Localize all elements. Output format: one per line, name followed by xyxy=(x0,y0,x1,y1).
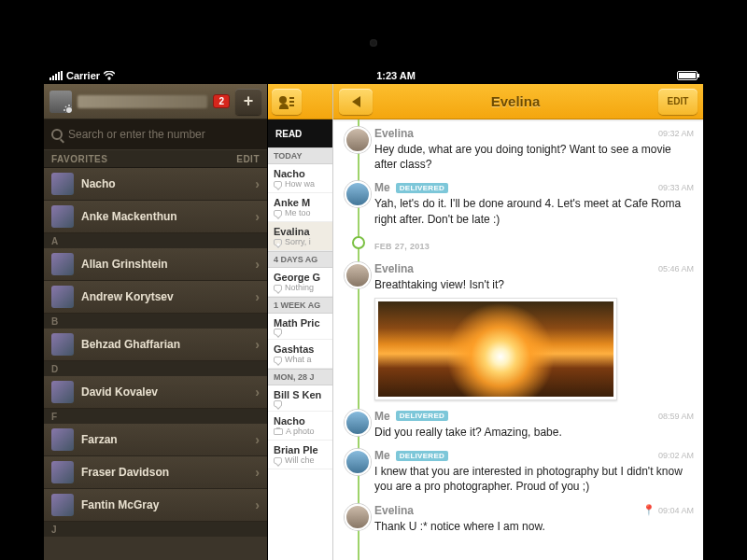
contact-name: Fantin McGray xyxy=(81,498,247,511)
delivered-badge: DELIVERED xyxy=(396,183,449,193)
speech-bubble-icon xyxy=(274,329,282,335)
preview-subtext: Will che xyxy=(274,455,327,465)
contact-avatar xyxy=(51,494,74,516)
favorites-edit-button[interactable]: EDIT xyxy=(236,154,260,164)
message-text: Thank U :* notice where I am now. xyxy=(374,519,694,534)
index-header: A xyxy=(44,233,267,248)
back-button[interactable] xyxy=(339,89,373,115)
add-contact-button[interactable]: + xyxy=(235,89,261,115)
message-timeline[interactable]: Evelina09:32 AMHey dude, what are you do… xyxy=(333,119,703,560)
message-time: 09:33 AM xyxy=(658,183,694,192)
speech-bubble-icon xyxy=(274,285,282,291)
contact-row[interactable]: Fantin McGray› xyxy=(44,489,267,522)
search-input[interactable]: Search or enter the number xyxy=(44,119,267,149)
chat-panel: Evelina EDIT Evelina09:32 AMHey dude, wh… xyxy=(333,84,703,560)
preview-subtext: What a xyxy=(274,355,327,364)
contact-name: Fraser Davidson xyxy=(81,466,247,479)
svg-line-5 xyxy=(65,106,66,107)
message-sender: Me xyxy=(374,181,390,194)
contact-avatar xyxy=(51,205,74,228)
message-time: 09:32 AM xyxy=(658,129,694,138)
contact-name: Allan Grinshtein xyxy=(81,258,247,271)
message-sender: Me xyxy=(374,449,390,462)
preview-row[interactable]: GashtasWhat a xyxy=(268,340,332,369)
delivered-badge: DELIVERED xyxy=(396,451,449,461)
contact-name: Behzad Ghaffarian xyxy=(81,338,247,351)
preview-row[interactable]: Math Pric xyxy=(268,314,332,340)
index-header: J xyxy=(44,522,267,537)
contact-avatar xyxy=(51,253,74,275)
message-avatar xyxy=(345,127,371,153)
search-icon xyxy=(51,129,63,140)
people-icon xyxy=(279,96,294,107)
contacts-header: 2 + xyxy=(44,84,267,119)
contact-avatar xyxy=(51,461,74,483)
speech-bubble-icon xyxy=(274,457,282,464)
preview-header xyxy=(268,84,332,119)
message-text: Yah, let's do it. I'll be done around 4.… xyxy=(374,196,694,226)
contact-row[interactable]: Behzad Ghaffarian› xyxy=(44,329,267,361)
arrow-left-icon xyxy=(352,96,360,107)
preview-name: Anke M xyxy=(274,197,327,208)
preview-subtext: A photo xyxy=(274,427,327,436)
chevron-right-icon: › xyxy=(255,465,260,480)
preview-row[interactable]: NachoHow wa xyxy=(268,164,332,193)
preview-name: George G xyxy=(274,272,327,283)
preview-name: Math Pric xyxy=(274,317,327,329)
message-sender: Evelina xyxy=(374,504,414,517)
message-avatar xyxy=(345,262,371,288)
message-photo[interactable] xyxy=(374,298,617,400)
message-text: I knew that you are interested in photog… xyxy=(374,464,694,494)
chevron-right-icon: › xyxy=(255,385,260,399)
contact-row[interactable]: Andrew Korytsev› xyxy=(44,281,267,314)
date-label: FEB 27, 2013 xyxy=(374,242,430,251)
preview-row[interactable]: Bill S Ken xyxy=(268,385,332,412)
preview-name: Evalina xyxy=(274,226,327,237)
preview-name: Nacho xyxy=(274,415,327,427)
preview-section-header: 1 WEEK AG xyxy=(268,297,332,314)
speech-bubble-icon xyxy=(274,357,282,363)
message-avatar xyxy=(345,181,371,207)
preview-row[interactable]: EvalinaSorry, i xyxy=(268,222,332,251)
chevron-right-icon: › xyxy=(255,497,260,512)
chevron-right-icon: › xyxy=(255,257,260,272)
preview-name: Brian Ple xyxy=(274,444,327,455)
contact-row[interactable]: David Kovalev› xyxy=(44,376,267,409)
chat-edit-button[interactable]: EDIT xyxy=(658,89,698,115)
contact-row[interactable]: Anke Mackenthun› xyxy=(44,201,267,233)
message: MeDELIVERED09:02 AMI knew that you are i… xyxy=(333,449,694,494)
message-sender: Evelina xyxy=(374,262,414,275)
contact-row[interactable]: Allan Grinshtein› xyxy=(44,248,267,281)
message: Evelina09:32 AMHey dude, what are you do… xyxy=(333,127,694,172)
message-time: 📍09:04 AM xyxy=(642,504,694,516)
contacts-toggle-button[interactable] xyxy=(272,89,302,115)
chevron-right-icon: › xyxy=(255,432,260,447)
svg-point-0 xyxy=(66,107,72,113)
contact-row[interactable]: Farzan› xyxy=(44,424,267,456)
preview-row[interactable]: George GNothing xyxy=(268,268,332,297)
my-avatar[interactable] xyxy=(49,91,72,113)
message-sender: Evelina xyxy=(374,127,414,140)
wifi-icon xyxy=(104,71,115,80)
message-time: 05:46 AM xyxy=(658,264,694,273)
preview-subtext: Sorry, i xyxy=(274,237,327,246)
contact-name: Anke Mackenthun xyxy=(81,210,247,223)
message-avatar xyxy=(345,449,371,475)
read-all-button[interactable]: READ xyxy=(268,119,332,147)
contact-row[interactable]: Nacho› xyxy=(44,168,267,201)
contact-avatar xyxy=(51,333,74,356)
my-name-blurred xyxy=(78,95,207,108)
preview-section-header: TODAY xyxy=(268,147,332,164)
preview-row[interactable]: Anke MMe too xyxy=(268,193,332,222)
preview-row[interactable]: NachoA photo xyxy=(268,412,332,441)
preview-subtext: Nothing xyxy=(274,283,327,292)
clock: 1:23 AM xyxy=(115,70,677,81)
preview-row[interactable]: Brian PleWill che xyxy=(268,441,332,469)
preview-section-header: MON, 28 J xyxy=(268,369,332,385)
message-time: 08:59 AM xyxy=(658,412,694,421)
contact-row[interactable]: Fraser Davidson› xyxy=(44,456,267,489)
date-separator: FEB 27, 2013 xyxy=(333,236,694,253)
message: MeDELIVERED08:59 AMDid you really take i… xyxy=(333,410,694,440)
chevron-right-icon: › xyxy=(255,337,260,352)
delivered-badge: DELIVERED xyxy=(396,411,449,421)
